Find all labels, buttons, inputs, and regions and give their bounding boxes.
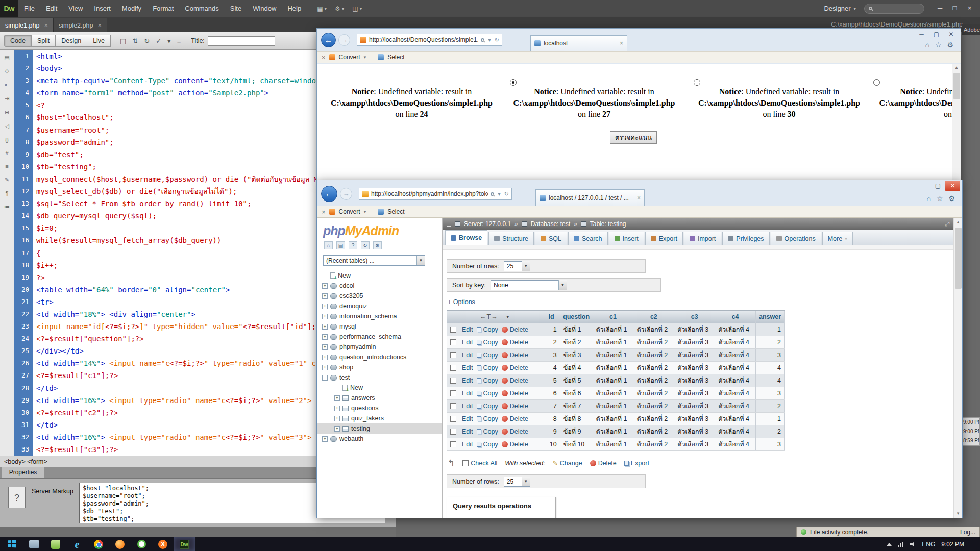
expand-all-icon[interactable]: ⊞ xyxy=(5,109,9,116)
select-button[interactable]: Select xyxy=(387,54,404,61)
convert-button[interactable]: Convert xyxy=(339,54,360,61)
favorites-icon[interactable]: ☆ xyxy=(937,194,943,203)
view-code-button[interactable]: Code xyxy=(4,35,32,47)
expander-icon[interactable]: - xyxy=(322,375,328,381)
row-checkbox[interactable] xyxy=(450,441,456,447)
edit-link[interactable]: Edit xyxy=(460,441,473,448)
expander-icon[interactable]: + xyxy=(322,365,328,370)
tab-sql[interactable]: SQL xyxy=(535,232,567,245)
expander-icon[interactable]: + xyxy=(322,355,328,360)
open-documents-icon[interactable]: ▤ xyxy=(4,54,9,61)
scroll-up-icon[interactable]: ▲ xyxy=(954,218,962,227)
site-sync-icon[interactable]: ◫ ▾ xyxy=(352,5,362,12)
view-options-icon[interactable]: ≡ xyxy=(177,37,181,45)
taskbar-notepad[interactable] xyxy=(45,537,66,551)
tab-structure[interactable]: Structure xyxy=(488,232,534,245)
show-code-navigator-icon[interactable]: ◇ xyxy=(5,68,9,74)
help-search-input[interactable] xyxy=(864,4,924,14)
tab-more[interactable]: More▾ xyxy=(822,232,853,245)
close-button[interactable]: ✕ xyxy=(944,30,959,40)
dropdown-caret-icon[interactable]: ▾ xyxy=(488,37,491,43)
row-checkbox[interactable] xyxy=(450,390,456,396)
expander-icon[interactable]: + xyxy=(334,395,340,401)
column-header-c2[interactable]: c2 xyxy=(633,311,674,323)
properties-tab[interactable]: Properties xyxy=(2,467,44,478)
refresh-icon[interactable]: ↻ xyxy=(504,191,509,197)
options-toggle-link[interactable]: + Options xyxy=(448,298,953,306)
taskbar-xampp[interactable]: X xyxy=(152,537,174,551)
edit-link[interactable]: Edit xyxy=(460,364,473,371)
expander-icon[interactable]: + xyxy=(334,406,340,411)
convert-caret-icon[interactable]: ▾ xyxy=(364,209,366,214)
tree-item-csc3205[interactable]: +csc3205 xyxy=(317,291,442,301)
search-icon[interactable] xyxy=(491,192,494,196)
tab-import[interactable]: Import xyxy=(684,232,721,245)
menu-commands[interactable]: Commands xyxy=(179,0,224,17)
tree-item-question_introductioncs[interactable]: +question_introductioncs xyxy=(317,352,442,362)
tab-privileges[interactable]: Privileges xyxy=(722,232,769,245)
refresh-icon[interactable]: ✓ xyxy=(156,37,161,45)
language-indicator[interactable]: ENG xyxy=(922,541,935,548)
tree-item-questions[interactable]: +questions xyxy=(317,403,442,413)
view-design-button[interactable]: Design xyxy=(55,35,87,47)
expander-icon[interactable]: + xyxy=(322,334,328,340)
minimize-button[interactable]: ─ xyxy=(933,3,947,14)
delete-link[interactable]: Delete xyxy=(502,339,528,346)
expander-icon[interactable]: + xyxy=(334,426,340,432)
menu-help[interactable]: Help xyxy=(282,0,307,17)
tree-item-cdcol[interactable]: +cdcol xyxy=(317,281,442,291)
home-icon[interactable]: ⌂ xyxy=(925,41,929,49)
tree-item-information_schema[interactable]: +information_schema xyxy=(317,311,442,321)
copy-link[interactable]: Copy xyxy=(477,352,498,359)
title-input[interactable] xyxy=(208,36,275,46)
edit-link[interactable]: Edit xyxy=(460,339,473,346)
close-button[interactable]: ✕ xyxy=(945,181,960,191)
delete-link[interactable]: − Delete xyxy=(590,460,617,467)
tree-item-performance_schema[interactable]: +performance_schema xyxy=(317,332,442,342)
start-button[interactable] xyxy=(0,537,23,551)
close-tab-icon[interactable]: × xyxy=(637,194,641,202)
format-source-icon[interactable]: ≔ xyxy=(4,204,10,210)
expander-icon[interactable]: + xyxy=(322,344,328,350)
options-nav-icon[interactable]: ←T→ xyxy=(480,313,498,320)
menu-window[interactable]: Window xyxy=(247,0,282,17)
view-split-button[interactable]: Split xyxy=(31,35,56,47)
expander-icon[interactable]: + xyxy=(322,304,328,309)
menu-format[interactable]: Format xyxy=(147,0,179,17)
delete-link[interactable]: Delete xyxy=(502,441,528,448)
tree-item-quiz_takers[interactable]: +quiz_takers xyxy=(317,413,442,423)
convert-caret-icon[interactable]: ▾ xyxy=(364,55,366,60)
expand-icon[interactable]: ⤢ xyxy=(945,221,949,228)
answer-radio[interactable] xyxy=(694,79,700,86)
view-live-button[interactable]: Live xyxy=(87,35,111,47)
sort-caret-icon[interactable]: ▼ xyxy=(506,315,510,319)
apply-comment-icon[interactable]: ✎ xyxy=(5,177,9,183)
copy-link[interactable]: Copy xyxy=(477,326,498,333)
number-of-rows-select[interactable]: 25▼ xyxy=(504,261,530,271)
extend-dreamweaver-icon[interactable]: ⚙ ▾ xyxy=(335,5,344,12)
select-button[interactable]: Select xyxy=(387,208,404,215)
tree-item-answers[interactable]: +answers xyxy=(317,393,442,403)
line-numbers-icon[interactable]: # xyxy=(5,150,8,156)
back-button[interactable]: ← xyxy=(321,186,337,202)
edit-link[interactable]: Edit xyxy=(460,352,473,359)
row-checkbox[interactable] xyxy=(450,403,456,409)
balance-braces-icon[interactable]: {} xyxy=(5,137,9,143)
taskbar-server-manager[interactable] xyxy=(23,537,45,551)
row-checkbox[interactable] xyxy=(450,327,456,333)
convert-button[interactable]: Convert xyxy=(339,208,360,215)
column-header-answer[interactable]: answer xyxy=(756,311,785,323)
delete-link[interactable]: Delete xyxy=(502,352,528,359)
edit-link[interactable]: Edit xyxy=(460,428,473,435)
select-parent-tag-icon[interactable]: ◁ xyxy=(5,123,9,130)
open-documents-icon[interactable]: ▤ xyxy=(120,37,126,45)
copy-link[interactable]: Copy xyxy=(477,339,498,346)
scroll-down-icon[interactable]: ▼ xyxy=(954,510,962,518)
tab-operations[interactable]: Operations xyxy=(771,232,821,245)
breadcrumb-table[interactable]: Table: testing xyxy=(590,220,626,228)
close-tab-icon[interactable]: × xyxy=(620,40,623,47)
browserlab-panel-tab[interactable]: Adobe BrowserLab xyxy=(962,24,980,35)
file-management-icon[interactable]: ⇅ xyxy=(132,37,138,45)
taskbar-firefox[interactable] xyxy=(109,537,131,551)
taskbar-green-app[interactable] xyxy=(131,537,152,551)
